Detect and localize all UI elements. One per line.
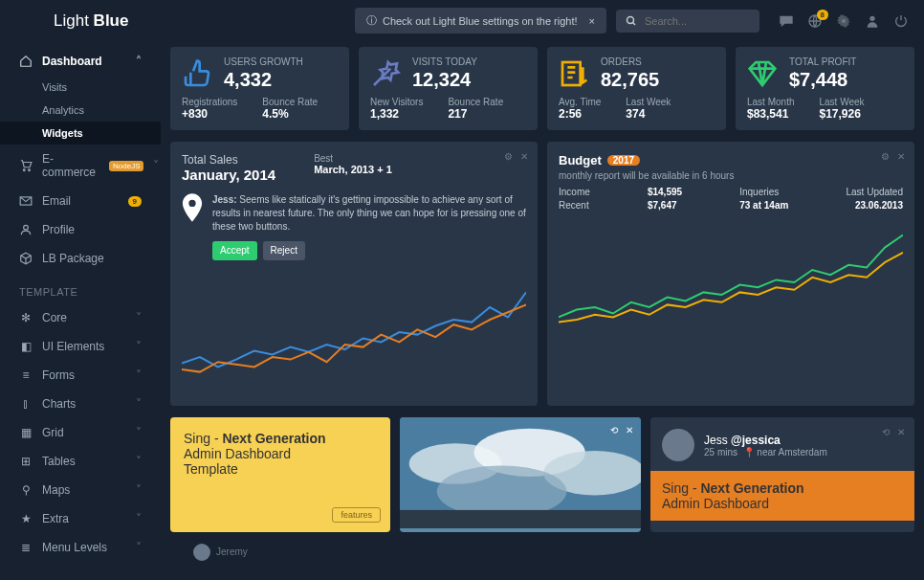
nav-forms[interactable]: ≡Forms˅ — [0, 361, 161, 390]
svg-point-5 — [23, 169, 25, 171]
nav-label: E-commerce — [42, 152, 96, 179]
chevron-down-icon: ˅ — [136, 512, 142, 525]
notif-badge: 8 — [817, 10, 828, 20]
close-icon[interactable]: × — [589, 15, 595, 27]
inqueries-value: 73 at 14am — [739, 200, 788, 211]
logo-b: Blue — [94, 11, 129, 30]
search-input[interactable] — [645, 15, 750, 27]
package-icon — [19, 252, 33, 265]
nav-ui-elements[interactable]: ◧UI Elements˅ — [0, 332, 161, 361]
menu-icon: ★ — [19, 512, 33, 525]
stat-icon — [747, 56, 778, 91]
stat-card: VISITS TODAY12,324New Visitors1,332Bounc… — [359, 47, 538, 130]
nav-label: Maps — [42, 483, 70, 497]
alert-text: Check out Light Blue settings on the rig… — [383, 15, 578, 27]
features-button[interactable]: features — [332, 507, 381, 523]
nav-profile[interactable]: Profile — [0, 215, 161, 244]
close-icon[interactable]: ✕ — [897, 151, 905, 162]
nav-visits[interactable]: Visits — [0, 76, 161, 99]
nav-tables[interactable]: ⊞Tables˅ — [0, 447, 161, 476]
budget-note: monthly report will be available in 6 ho… — [559, 170, 903, 181]
gear-icon[interactable]: ⚙ — [881, 151, 890, 162]
svg-point-4 — [869, 15, 874, 20]
nav-ecommerce[interactable]: E-commerce NodeJS ˅ — [0, 145, 161, 187]
svg-rect-15 — [400, 510, 641, 528]
reject-button[interactable]: Reject — [263, 241, 305, 260]
stat-icon — [370, 56, 401, 91]
user-icon — [19, 223, 33, 236]
gear-icon[interactable] — [836, 13, 851, 29]
menu-icon: ✻ — [19, 311, 33, 324]
svg-line-1 — [633, 22, 636, 25]
recent-value: $7,647 — [648, 200, 682, 211]
main-content: USERS GROWTH4,332Registrations+830Bounce… — [161, 41, 924, 579]
nav-maps[interactable]: ⚲Maps˅ — [0, 476, 161, 504]
chevron-down-icon: ˅ — [136, 311, 142, 324]
stat-icon — [182, 56, 212, 91]
nav-label: Dashboard — [42, 55, 102, 68]
stat-card: ORDERS82,765Avg. Time2:56Last Week374 — [547, 47, 726, 130]
nav-analytics[interactable]: Analytics — [0, 99, 161, 122]
nav-charts[interactable]: ⫿Charts˅ — [0, 390, 161, 418]
globe-icon[interactable]: 8 — [807, 13, 823, 29]
promo-card[interactable]: Sing - Next Generation Admin Dashboard T… — [170, 417, 390, 532]
search-box[interactable] — [616, 10, 759, 33]
refresh-icon[interactable]: ⟲ — [610, 425, 618, 435]
nav-email[interactable]: Email 9 — [0, 187, 161, 215]
nav-lb-package[interactable]: LB Package — [0, 244, 161, 273]
chevron-down-icon: ˅ — [136, 541, 142, 554]
income-label: Income — [559, 187, 590, 197]
close-icon[interactable]: ✕ — [520, 151, 528, 162]
menu-icon: ▦ — [19, 426, 33, 439]
promo-band[interactable]: Sing - Next Generation Admin Dashboard — [650, 471, 914, 521]
nav-label: LB Package — [42, 252, 104, 265]
budget-panel: ⚙✕ Budget 2017 monthly report will be av… — [547, 142, 914, 406]
chevron-down-icon: ˅ — [136, 368, 142, 382]
image-card[interactable]: ⟲✕ — [400, 417, 641, 532]
avatar[interactable] — [662, 429, 694, 461]
logo[interactable]: Light Blue — [54, 11, 128, 31]
settings-alert[interactable]: ⓘ Check out Light Blue settings on the r… — [355, 8, 606, 33]
nav-label: Profile — [42, 223, 75, 236]
search-icon — [626, 15, 637, 27]
power-icon[interactable] — [893, 13, 909, 29]
profile-card: ⟲✕ Jess @jessica 25 mins 📍 near Amsterda… — [650, 417, 914, 532]
nav-extra[interactable]: ★Extra˅ — [0, 504, 161, 533]
close-icon[interactable]: ✕ — [897, 427, 905, 437]
stat-card: USERS GROWTH4,332Registrations+830Bounce… — [170, 47, 349, 130]
user-icon[interactable] — [865, 13, 880, 29]
top-bar: Light Blue ⓘ Check out Light Blue settin… — [0, 0, 924, 41]
menu-icon: ⫿ — [19, 397, 33, 411]
nav-grid[interactable]: ▦Grid˅ — [0, 418, 161, 447]
refresh-icon[interactable]: ⟲ — [882, 427, 890, 437]
chevron-down-icon: ˅ — [136, 340, 142, 353]
nav-core[interactable]: ✻Core˅ — [0, 303, 161, 332]
updated-value: 23.06.2013 — [846, 200, 903, 211]
stat-title: TOTAL PROFIT — [789, 56, 856, 67]
menu-icon: ⊞ — [19, 455, 33, 468]
nav-widgets[interactable]: Widgets — [0, 122, 161, 145]
cart-icon — [19, 159, 33, 172]
stat-value: 82,765 — [601, 69, 659, 91]
nav-menu-levels[interactable]: ≣Menu Levels˅ — [0, 533, 161, 562]
nav-label: Extra — [42, 512, 69, 525]
chevron-down-icon: ˅ — [136, 426, 142, 439]
info-icon: ⓘ — [366, 13, 377, 28]
updated-label: Last Updated — [846, 187, 903, 197]
chevron-up-icon: ˄ — [136, 55, 142, 68]
stat-value: 12,324 — [412, 69, 477, 91]
menu-icon: ◧ — [19, 340, 33, 353]
chat-icon[interactable] — [779, 13, 794, 29]
nav-label: Tables — [42, 455, 76, 468]
menu-icon: ⚲ — [19, 483, 33, 497]
close-icon[interactable]: ✕ — [626, 425, 633, 435]
nav-dashboard[interactable]: Dashboard ˄ — [0, 47, 161, 76]
recent-label: Recent — [559, 200, 590, 211]
nodejs-tag: NodeJS — [109, 161, 143, 171]
gear-icon[interactable]: ⚙ — [504, 151, 513, 162]
svg-point-0 — [627, 16, 634, 23]
stat-value: 4,332 — [224, 69, 303, 91]
accept-button[interactable]: Accept — [212, 241, 257, 260]
svg-point-14 — [437, 465, 567, 517]
chevron-down-icon: ˅ — [136, 455, 142, 468]
